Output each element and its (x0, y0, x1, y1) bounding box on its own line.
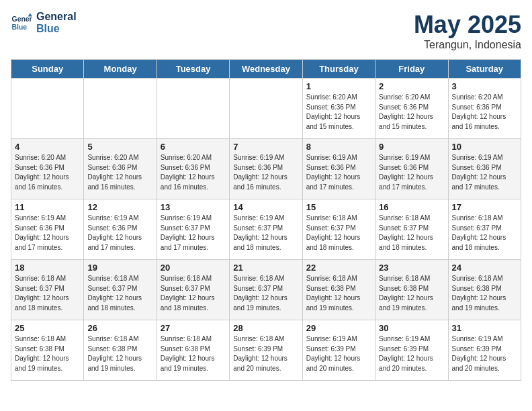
day-number: 12 (87, 202, 152, 212)
day-info: Sunrise: 6:19 AM Sunset: 6:36 PM Dayligh… (306, 153, 371, 192)
page-header: General Blue General Blue May 2025 Teran… (11, 11, 521, 51)
calendar-cell: 2Sunrise: 6:20 AM Sunset: 6:36 PM Daylig… (375, 79, 448, 139)
day-info: Sunrise: 6:18 AM Sunset: 6:37 PM Dayligh… (452, 214, 517, 253)
day-number: 7 (233, 142, 298, 152)
calendar-cell (84, 79, 157, 139)
day-info: Sunrise: 6:19 AM Sunset: 6:37 PM Dayligh… (233, 214, 298, 253)
col-header-friday: Friday (375, 60, 448, 79)
day-number: 30 (379, 323, 444, 333)
day-info: Sunrise: 6:18 AM Sunset: 6:39 PM Dayligh… (233, 334, 298, 373)
day-info: Sunrise: 6:19 AM Sunset: 6:36 PM Dayligh… (15, 214, 80, 253)
calendar-cell: 7Sunrise: 6:19 AM Sunset: 6:36 PM Daylig… (230, 139, 302, 199)
svg-marker-2 (28, 13, 32, 16)
day-number: 19 (87, 263, 152, 273)
day-number: 16 (379, 202, 444, 212)
calendar-cell: 22Sunrise: 6:18 AM Sunset: 6:38 PM Dayli… (302, 260, 375, 320)
calendar-cell: 15Sunrise: 6:18 AM Sunset: 6:37 PM Dayli… (302, 199, 375, 260)
day-number: 26 (87, 323, 152, 333)
day-info: Sunrise: 6:19 AM Sunset: 6:39 PM Dayligh… (306, 334, 371, 373)
day-info: Sunrise: 6:19 AM Sunset: 6:39 PM Dayligh… (452, 334, 517, 373)
day-number: 24 (452, 263, 517, 273)
day-number: 21 (233, 263, 298, 273)
day-info: Sunrise: 6:18 AM Sunset: 6:37 PM Dayligh… (161, 274, 226, 313)
calendar-cell: 13Sunrise: 6:19 AM Sunset: 6:37 PM Dayli… (157, 199, 229, 260)
col-header-sunday: Sunday (11, 60, 84, 79)
calendar-cell: 24Sunrise: 6:18 AM Sunset: 6:38 PM Dayli… (448, 260, 521, 320)
day-info: Sunrise: 6:19 AM Sunset: 6:37 PM Dayligh… (161, 214, 226, 253)
day-info: Sunrise: 6:18 AM Sunset: 6:38 PM Dayligh… (87, 334, 152, 373)
day-info: Sunrise: 6:18 AM Sunset: 6:38 PM Dayligh… (15, 334, 80, 373)
calendar-cell: 30Sunrise: 6:19 AM Sunset: 6:39 PM Dayli… (375, 320, 448, 381)
day-number: 8 (306, 142, 371, 152)
calendar-cell: 14Sunrise: 6:19 AM Sunset: 6:37 PM Dayli… (230, 199, 302, 260)
calendar-cell: 31Sunrise: 6:19 AM Sunset: 6:39 PM Dayli… (448, 320, 521, 381)
day-info: Sunrise: 6:18 AM Sunset: 6:38 PM Dayligh… (161, 334, 226, 373)
logo: General Blue General Blue (11, 11, 77, 34)
calendar-cell: 25Sunrise: 6:18 AM Sunset: 6:38 PM Dayli… (11, 320, 84, 381)
calendar-cell: 8Sunrise: 6:19 AM Sunset: 6:36 PM Daylig… (302, 139, 375, 199)
day-info: Sunrise: 6:19 AM Sunset: 6:36 PM Dayligh… (452, 153, 517, 192)
calendar-cell: 18Sunrise: 6:18 AM Sunset: 6:37 PM Dayli… (11, 260, 84, 320)
calendar-cell: 17Sunrise: 6:18 AM Sunset: 6:37 PM Dayli… (448, 199, 521, 260)
day-info: Sunrise: 6:18 AM Sunset: 6:37 PM Dayligh… (306, 214, 371, 253)
day-info: Sunrise: 6:18 AM Sunset: 6:38 PM Dayligh… (379, 274, 444, 313)
calendar-cell: 5Sunrise: 6:20 AM Sunset: 6:36 PM Daylig… (84, 139, 157, 199)
calendar-cell: 16Sunrise: 6:18 AM Sunset: 6:37 PM Dayli… (375, 199, 448, 260)
calendar-cell: 19Sunrise: 6:18 AM Sunset: 6:37 PM Dayli… (84, 260, 157, 320)
calendar-cell: 11Sunrise: 6:19 AM Sunset: 6:36 PM Dayli… (11, 199, 84, 260)
calendar-cell (230, 79, 302, 139)
day-number: 9 (379, 142, 444, 152)
day-info: Sunrise: 6:19 AM Sunset: 6:36 PM Dayligh… (87, 214, 152, 253)
calendar-cell: 26Sunrise: 6:18 AM Sunset: 6:38 PM Dayli… (84, 320, 157, 381)
col-header-saturday: Saturday (448, 60, 521, 79)
calendar-cell: 29Sunrise: 6:19 AM Sunset: 6:39 PM Dayli… (302, 320, 375, 381)
day-number: 20 (161, 263, 226, 273)
calendar-cell (11, 79, 84, 139)
calendar-cell: 6Sunrise: 6:20 AM Sunset: 6:36 PM Daylig… (157, 139, 229, 199)
day-info: Sunrise: 6:20 AM Sunset: 6:36 PM Dayligh… (306, 93, 371, 132)
day-info: Sunrise: 6:19 AM Sunset: 6:36 PM Dayligh… (233, 153, 298, 192)
day-info: Sunrise: 6:18 AM Sunset: 6:38 PM Dayligh… (452, 274, 517, 313)
day-number: 2 (379, 81, 444, 91)
day-number: 25 (15, 323, 80, 333)
day-info: Sunrise: 6:20 AM Sunset: 6:36 PM Dayligh… (379, 93, 444, 132)
calendar-cell: 3Sunrise: 6:20 AM Sunset: 6:36 PM Daylig… (448, 79, 521, 139)
day-info: Sunrise: 6:18 AM Sunset: 6:37 PM Dayligh… (87, 274, 152, 313)
day-info: Sunrise: 6:18 AM Sunset: 6:37 PM Dayligh… (15, 274, 80, 313)
day-number: 10 (452, 142, 517, 152)
col-header-monday: Monday (84, 60, 157, 79)
col-header-thursday: Thursday (302, 60, 375, 79)
page-title: May 2025 (414, 11, 521, 39)
day-number: 1 (306, 81, 371, 91)
calendar-cell: 20Sunrise: 6:18 AM Sunset: 6:37 PM Dayli… (157, 260, 229, 320)
day-info: Sunrise: 6:19 AM Sunset: 6:36 PM Dayligh… (379, 153, 444, 192)
col-header-wednesday: Wednesday (230, 60, 302, 79)
day-number: 18 (15, 263, 80, 273)
day-info: Sunrise: 6:18 AM Sunset: 6:37 PM Dayligh… (233, 274, 298, 313)
logo-line1: General (36, 11, 77, 23)
day-number: 28 (233, 323, 298, 333)
calendar-table: SundayMondayTuesdayWednesdayThursdayFrid… (11, 59, 521, 381)
day-info: Sunrise: 6:18 AM Sunset: 6:38 PM Dayligh… (306, 274, 371, 313)
calendar-cell: 23Sunrise: 6:18 AM Sunset: 6:38 PM Dayli… (375, 260, 448, 320)
day-number: 22 (306, 263, 371, 273)
day-number: 23 (379, 263, 444, 273)
day-number: 4 (15, 142, 80, 152)
svg-text:Blue: Blue (12, 23, 28, 30)
logo-line2: Blue (36, 23, 77, 35)
day-info: Sunrise: 6:20 AM Sunset: 6:36 PM Dayligh… (452, 93, 517, 132)
day-info: Sunrise: 6:19 AM Sunset: 6:39 PM Dayligh… (379, 334, 444, 373)
title-block: May 2025 Terangun, Indonesia (414, 11, 521, 51)
day-number: 15 (306, 202, 371, 212)
day-number: 17 (452, 202, 517, 212)
svg-text:General: General (12, 15, 32, 23)
day-number: 31 (452, 323, 517, 333)
day-number: 11 (15, 202, 80, 212)
day-info: Sunrise: 6:18 AM Sunset: 6:37 PM Dayligh… (379, 214, 444, 253)
calendar-cell: 27Sunrise: 6:18 AM Sunset: 6:38 PM Dayli… (157, 320, 229, 381)
calendar-cell: 12Sunrise: 6:19 AM Sunset: 6:36 PM Dayli… (84, 199, 157, 260)
calendar-cell: 4Sunrise: 6:20 AM Sunset: 6:36 PM Daylig… (11, 139, 84, 199)
calendar-cell: 9Sunrise: 6:19 AM Sunset: 6:36 PM Daylig… (375, 139, 448, 199)
calendar-cell: 1Sunrise: 6:20 AM Sunset: 6:36 PM Daylig… (302, 79, 375, 139)
col-header-tuesday: Tuesday (157, 60, 229, 79)
